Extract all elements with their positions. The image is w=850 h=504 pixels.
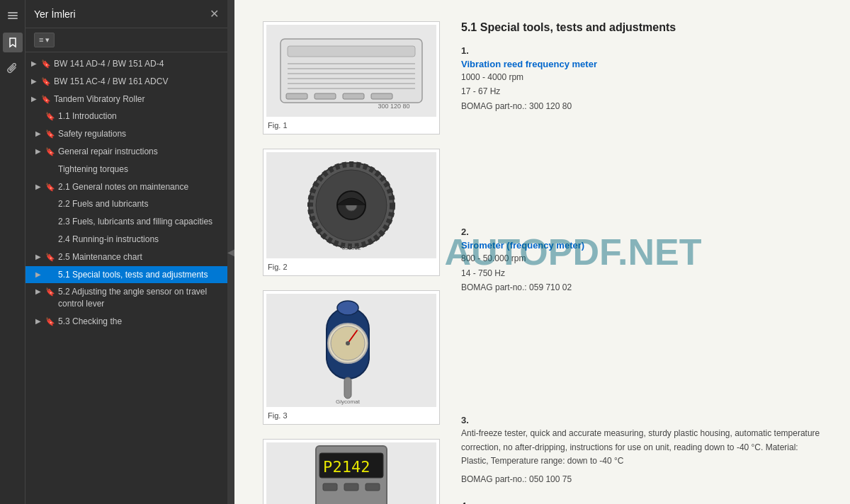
expand-arrow-repair: ▶ [35, 147, 45, 156]
svg-rect-28 [344, 377, 351, 399]
section-number: 5.1 [461, 21, 477, 33]
item-2-spec-hz: 14 - 750 Hz [461, 266, 822, 280]
item-2-number: 2. [461, 227, 822, 237]
item-4-number: 4. [461, 500, 822, 504]
sidebar-title: Yer İmleri [34, 8, 76, 20]
figure-1-box: 300 120 80 Fig. 1 [263, 21, 440, 134]
section-heading: 5.1 Special tools, tests and adjustments [461, 21, 822, 34]
sidebar-item-tandem[interactable]: ▶ 🔖 Tandem Vibratory Roller [26, 91, 227, 108]
svg-rect-11 [286, 93, 307, 99]
sidebar-label-fuels: 2.2 Fuels and lubricants [58, 198, 222, 210]
svg-rect-35 [344, 483, 358, 491]
svg-point-26 [346, 341, 350, 345]
svg-rect-4 [288, 46, 415, 57]
bookmark-panel-icon[interactable] [3, 33, 23, 52]
svg-rect-13 [343, 93, 364, 99]
figure-1-caption: Fig. 1 [266, 120, 436, 131]
sidebar-item-fuels2[interactable]: 2.3 Fuels, lubricants and filling capaci… [26, 213, 227, 231]
sidebar-label-tandem: Tandem Vibratory Roller [54, 93, 222, 105]
text-content-column: 5.1 Special tools, tests and adjustments… [461, 21, 822, 504]
figure-4-box: 2142 P [263, 439, 440, 504]
sidebar-item-bw141[interactable]: ▶ 🔖 BW 141 AD-4 / BW 151 AD-4 [26, 55, 227, 73]
main-content: AUTOPDF.NET [234, 0, 850, 504]
sidebar-label-special: 5.1 Special tools, tests and adjustments [58, 269, 222, 281]
sidebar-label-safety: Safety regulations [58, 128, 222, 140]
expand-arrow-angle: ▶ [35, 287, 45, 297]
item-3-spec-part: BOMAG part-no.: 050 100 75 [461, 472, 822, 486]
item-1-spec-hz: 17 - 67 Hz [461, 84, 822, 98]
figure-2-image: 051662 [266, 152, 436, 258]
sidebar-label-intro: 1.1 Introduction [58, 110, 222, 122]
bookmark-angle: 🔖 [45, 287, 55, 297]
collapse-handle[interactable]: ◀ [227, 0, 234, 504]
svg-text:2142: 2142 [333, 458, 370, 476]
svg-rect-34 [323, 483, 337, 491]
svg-rect-2 [8, 18, 18, 19]
sidebar-label-maintchart: 2.5 Maintenance chart [58, 251, 222, 263]
sidebar-item-bw151ac[interactable]: ▶ 🔖 BW 151 AC-4 / BW 161 ADCV [26, 73, 227, 91]
figure-3-caption: Fig. 3 [266, 410, 436, 421]
sidebar-item-fuels[interactable]: 2.2 Fuels and lubricants [26, 195, 227, 213]
sidebar-item-intro[interactable]: 🔖 1.1 Introduction [26, 108, 227, 125]
expand-arrow-maintenance: ▶ [35, 182, 45, 192]
sidebar-label-maintenance: 2.1 General notes on maintenance [58, 181, 222, 193]
svg-rect-1 [8, 15, 18, 16]
item-1-link[interactable]: Vibration reed frequency meter [461, 59, 597, 69]
item-1-spec-rpm: 1000 - 4000 rpm [461, 70, 822, 84]
bookmark-maintenance: 🔖 [45, 182, 55, 193]
paperclip-icon[interactable] [3, 59, 23, 79]
item-3: 3. Anti-freeze tester, quick and accurat… [461, 415, 822, 486]
item-3-desc: Anti-freeze tester, quick and accurate m… [461, 427, 822, 468]
figure-2-box: 051662 Fig. 2 [263, 149, 440, 276]
expand-arrow-bw141: ▶ [31, 59, 41, 69]
bookmark-repair: 🔖 [45, 147, 55, 157]
bookmark-bw141: 🔖 [41, 59, 51, 69]
expand-arrow-maintchart: ▶ [35, 252, 45, 262]
bookmark-safety: 🔖 [45, 129, 55, 139]
sidebar-label-bw151ac: BW 151 AC-4 / BW 161 ADCV [54, 76, 222, 88]
figures-column: 300 120 80 Fig. 1 [263, 21, 440, 504]
sidebar-item-tightening[interactable]: Tightening torques [26, 161, 227, 178]
expand-arrow-safety: ▶ [35, 129, 45, 139]
sidebar-item-maintenance[interactable]: ▶ 🔖 2.1 General notes on maintenance [26, 178, 227, 196]
svg-point-27 [337, 301, 358, 315]
sidebar-label-bw141: BW 141 AD-4 / BW 151 AD-4 [54, 58, 222, 70]
svg-rect-36 [366, 483, 380, 491]
bookmark-checking: 🔖 [45, 316, 55, 327]
item-2-link[interactable]: Sirometer (frequency meter) [461, 240, 584, 251]
sidebar-label-angle: 5.2 Adjusting the angle sensor on travel… [58, 286, 222, 310]
figure-3-box: Glycomat Fig. 3 [263, 290, 440, 425]
sidebar-item-angle[interactable]: ▶ 🔖 5.2 Adjusting the angle sensor on tr… [26, 283, 227, 313]
toolbar-btn-label: ≡ ▾ [39, 35, 50, 45]
figure-3-image: Glycomat [266, 294, 436, 407]
item-1-number: 1. [461, 45, 822, 56]
sidebar-item-safety[interactable]: ▶ 🔖 Safety regulations [26, 125, 227, 143]
sidebar-item-maintchart[interactable]: ▶ 🔖 2.5 Maintenance chart [26, 248, 227, 266]
sidebar-label-tightening: Tightening torques [58, 164, 222, 176]
bookmark-bw151ac: 🔖 [41, 76, 51, 87]
bookmark-intro: 🔖 [45, 111, 55, 122]
svg-text:Glycomat: Glycomat [336, 399, 361, 405]
item-3-number: 3. [461, 415, 822, 425]
sidebar-item-checking[interactable]: ▶ 🔖 5.3 Checking the [26, 313, 227, 331]
section-title-text: Special tools, tests and adjustments [480, 21, 676, 33]
bookmark-tandem: 🔖 [41, 94, 51, 105]
sidebar-label-fuels2: 2.3 Fuels, lubricants and filling capaci… [58, 216, 222, 228]
sidebar-header: Yer İmleri ✕ [26, 0, 227, 28]
sidebar-toolbar-button[interactable]: ≡ ▾ [34, 33, 55, 47]
close-sidebar-button[interactable]: ✕ [210, 7, 219, 21]
svg-text:P: P [323, 458, 332, 476]
sidebar-item-repair[interactable]: ▶ 🔖 General repair instructions [26, 143, 227, 161]
layers-icon[interactable] [3, 6, 23, 25]
pdf-page: 300 120 80 Fig. 1 [234, 0, 850, 504]
figure-1-image: 300 120 80 [266, 25, 436, 117]
svg-text:051662: 051662 [342, 245, 361, 251]
sidebar-item-running[interactable]: 2.4 Running-in instructions [26, 231, 227, 248]
sidebar-item-special[interactable]: ▶ 5.1 Special tools, tests and adjustmen… [26, 266, 227, 284]
sidebar-label-running: 2.4 Running-in instructions [58, 234, 222, 246]
sidebar-toolbar: ≡ ▾ [26, 28, 227, 52]
item-1-spec-part: BOMAG part-no.: 300 120 80 [461, 99, 822, 113]
sidebar-items-list: ▶ 🔖 BW 141 AD-4 / BW 151 AD-4 ▶ 🔖 BW 151… [26, 52, 227, 504]
item-2-spec-part: BOMAG part-no.: 059 710 02 [461, 280, 822, 294]
figure-2-caption: Fig. 2 [266, 261, 436, 273]
